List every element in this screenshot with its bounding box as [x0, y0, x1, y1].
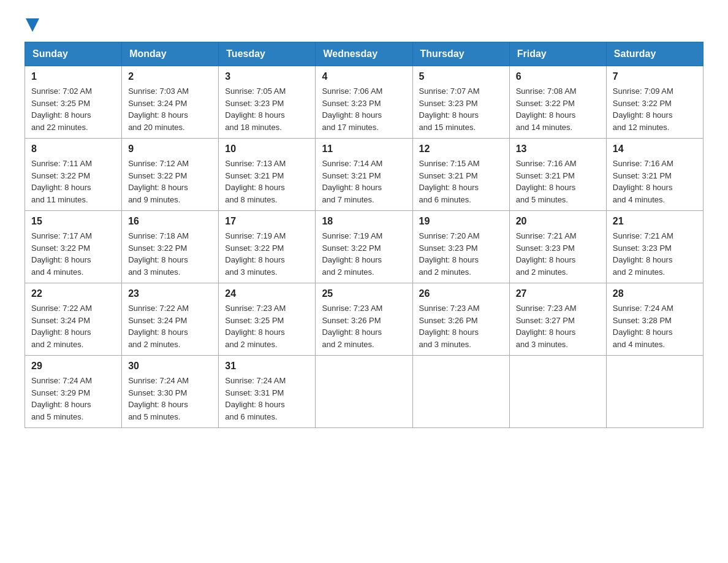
cell-info: Sunrise: 7:24 AM Sunset: 3:29 PM Dayligh…	[31, 375, 115, 423]
calendar-table: SundayMondayTuesdayWednesdayThursdayFrid…	[25, 42, 703, 428]
day-number: 15	[31, 216, 115, 227]
calendar-cell	[606, 356, 703, 428]
calendar-cell: 8 Sunrise: 7:11 AM Sunset: 3:22 PM Dayli…	[25, 139, 122, 211]
cell-info: Sunrise: 7:21 AM Sunset: 3:23 PM Dayligh…	[613, 230, 697, 278]
day-number: 29	[31, 361, 115, 372]
day-number: 17	[225, 216, 309, 227]
cell-info: Sunrise: 7:24 AM Sunset: 3:31 PM Dayligh…	[225, 375, 309, 423]
cell-info: Sunrise: 7:24 AM Sunset: 3:30 PM Dayligh…	[128, 375, 212, 423]
day-number: 20	[516, 216, 600, 227]
calendar-cell: 6 Sunrise: 7:08 AM Sunset: 3:22 PM Dayli…	[509, 66, 606, 139]
day-number: 31	[225, 361, 309, 372]
calendar-cell: 24 Sunrise: 7:23 AM Sunset: 3:25 PM Dayl…	[219, 283, 316, 356]
week-row-3: 15 Sunrise: 7:17 AM Sunset: 3:22 PM Dayl…	[25, 211, 703, 283]
calendar-cell	[316, 356, 412, 428]
calendar-cell: 4 Sunrise: 7:06 AM Sunset: 3:23 PM Dayli…	[316, 66, 412, 139]
cell-info: Sunrise: 7:13 AM Sunset: 3:21 PM Dayligh…	[225, 158, 309, 205]
calendar-cell: 31 Sunrise: 7:24 AM Sunset: 3:31 PM Dayl…	[219, 356, 316, 428]
calendar-cell: 23 Sunrise: 7:22 AM Sunset: 3:24 PM Dayl…	[122, 283, 219, 356]
cell-info: Sunrise: 7:05 AM Sunset: 3:23 PM Dayligh…	[225, 85, 309, 133]
calendar-cell: 13 Sunrise: 7:16 AM Sunset: 3:21 PM Dayl…	[509, 139, 606, 211]
day-number: 23	[128, 288, 212, 299]
day-number: 28	[613, 288, 697, 299]
week-row-4: 22 Sunrise: 7:22 AM Sunset: 3:24 PM Dayl…	[25, 283, 703, 356]
cell-info: Sunrise: 7:22 AM Sunset: 3:24 PM Dayligh…	[128, 302, 212, 350]
header-thursday: Thursday	[412, 42, 509, 66]
cell-info: Sunrise: 7:14 AM Sunset: 3:21 PM Dayligh…	[322, 158, 406, 205]
cell-info: Sunrise: 7:02 AM Sunset: 3:25 PM Dayligh…	[31, 85, 115, 133]
header-wednesday: Wednesday	[316, 42, 412, 66]
cell-info: Sunrise: 7:06 AM Sunset: 3:23 PM Dayligh…	[322, 85, 406, 133]
calendar-cell: 17 Sunrise: 7:19 AM Sunset: 3:22 PM Dayl…	[219, 211, 316, 283]
calendar-cell: 22 Sunrise: 7:22 AM Sunset: 3:24 PM Dayl…	[25, 283, 122, 356]
cell-info: Sunrise: 7:23 AM Sunset: 3:26 PM Dayligh…	[419, 302, 503, 350]
calendar-cell: 7 Sunrise: 7:09 AM Sunset: 3:22 PM Dayli…	[606, 66, 703, 139]
day-number: 22	[31, 288, 115, 299]
day-number: 30	[128, 361, 212, 372]
cell-info: Sunrise: 7:24 AM Sunset: 3:28 PM Dayligh…	[613, 302, 697, 350]
cell-info: Sunrise: 7:23 AM Sunset: 3:25 PM Dayligh…	[225, 302, 309, 350]
day-number: 4	[322, 71, 406, 82]
cell-info: Sunrise: 7:18 AM Sunset: 3:22 PM Dayligh…	[128, 230, 212, 278]
day-number: 3	[225, 71, 309, 82]
logo-triangle-icon	[26, 18, 39, 32]
logo-line1	[25, 18, 39, 32]
day-number: 9	[128, 144, 212, 155]
cell-info: Sunrise: 7:08 AM Sunset: 3:22 PM Dayligh…	[516, 85, 600, 133]
header-monday: Monday	[122, 42, 219, 66]
day-number: 13	[516, 144, 600, 155]
header-tuesday: Tuesday	[219, 42, 316, 66]
day-number: 2	[128, 71, 212, 82]
calendar-cell: 12 Sunrise: 7:15 AM Sunset: 3:21 PM Dayl…	[412, 139, 509, 211]
calendar-cell: 16 Sunrise: 7:18 AM Sunset: 3:22 PM Dayl…	[122, 211, 219, 283]
cell-info: Sunrise: 7:19 AM Sunset: 3:22 PM Dayligh…	[322, 230, 406, 278]
cell-info: Sunrise: 7:19 AM Sunset: 3:22 PM Dayligh…	[225, 230, 309, 278]
cell-info: Sunrise: 7:23 AM Sunset: 3:27 PM Dayligh…	[516, 302, 600, 350]
day-number: 27	[516, 288, 600, 299]
calendar-cell: 26 Sunrise: 7:23 AM Sunset: 3:26 PM Dayl…	[412, 283, 509, 356]
svg-marker-0	[26, 18, 39, 32]
day-number: 24	[225, 288, 309, 299]
cell-info: Sunrise: 7:22 AM Sunset: 3:24 PM Dayligh…	[31, 302, 115, 350]
calendar-cell: 18 Sunrise: 7:19 AM Sunset: 3:22 PM Dayl…	[316, 211, 412, 283]
calendar-cell: 21 Sunrise: 7:21 AM Sunset: 3:23 PM Dayl…	[606, 211, 703, 283]
cell-info: Sunrise: 7:09 AM Sunset: 3:22 PM Dayligh…	[613, 85, 697, 133]
cell-info: Sunrise: 7:03 AM Sunset: 3:24 PM Dayligh…	[128, 85, 212, 133]
calendar-cell: 3 Sunrise: 7:05 AM Sunset: 3:23 PM Dayli…	[219, 66, 316, 139]
calendar-cell: 29 Sunrise: 7:24 AM Sunset: 3:29 PM Dayl…	[25, 356, 122, 428]
cell-info: Sunrise: 7:23 AM Sunset: 3:26 PM Dayligh…	[322, 302, 406, 350]
calendar-cell: 14 Sunrise: 7:16 AM Sunset: 3:21 PM Dayl…	[606, 139, 703, 211]
day-number: 12	[419, 144, 503, 155]
calendar-cell	[509, 356, 606, 428]
cell-info: Sunrise: 7:16 AM Sunset: 3:21 PM Dayligh…	[516, 158, 600, 205]
calendar-cell: 28 Sunrise: 7:24 AM Sunset: 3:28 PM Dayl…	[606, 283, 703, 356]
day-number: 18	[322, 216, 406, 227]
calendar-cell: 30 Sunrise: 7:24 AM Sunset: 3:30 PM Dayl…	[122, 356, 219, 428]
day-number: 16	[128, 216, 212, 227]
header-saturday: Saturday	[606, 42, 703, 66]
day-number: 11	[322, 144, 406, 155]
day-number: 5	[419, 71, 503, 82]
week-row-1: 1 Sunrise: 7:02 AM Sunset: 3:25 PM Dayli…	[25, 66, 703, 139]
calendar-header-row: SundayMondayTuesdayWednesdayThursdayFrid…	[25, 42, 703, 66]
cell-info: Sunrise: 7:07 AM Sunset: 3:23 PM Dayligh…	[419, 85, 503, 133]
calendar-cell: 27 Sunrise: 7:23 AM Sunset: 3:27 PM Dayl…	[509, 283, 606, 356]
page-header	[25, 18, 703, 29]
cell-info: Sunrise: 7:17 AM Sunset: 3:22 PM Dayligh…	[31, 230, 115, 278]
day-number: 7	[613, 71, 697, 82]
day-number: 8	[31, 144, 115, 155]
day-number: 21	[613, 216, 697, 227]
header-friday: Friday	[509, 42, 606, 66]
calendar-cell: 5 Sunrise: 7:07 AM Sunset: 3:23 PM Dayli…	[412, 66, 509, 139]
week-row-5: 29 Sunrise: 7:24 AM Sunset: 3:29 PM Dayl…	[25, 356, 703, 428]
calendar-cell: 11 Sunrise: 7:14 AM Sunset: 3:21 PM Dayl…	[316, 139, 412, 211]
day-number: 26	[419, 288, 503, 299]
calendar-cell: 25 Sunrise: 7:23 AM Sunset: 3:26 PM Dayl…	[316, 283, 412, 356]
header-sunday: Sunday	[25, 42, 122, 66]
calendar-cell: 20 Sunrise: 7:21 AM Sunset: 3:23 PM Dayl…	[509, 211, 606, 283]
calendar-cell: 10 Sunrise: 7:13 AM Sunset: 3:21 PM Dayl…	[219, 139, 316, 211]
cell-info: Sunrise: 7:20 AM Sunset: 3:23 PM Dayligh…	[419, 230, 503, 278]
calendar-cell: 2 Sunrise: 7:03 AM Sunset: 3:24 PM Dayli…	[122, 66, 219, 139]
calendar-cell: 19 Sunrise: 7:20 AM Sunset: 3:23 PM Dayl…	[412, 211, 509, 283]
calendar-cell: 15 Sunrise: 7:17 AM Sunset: 3:22 PM Dayl…	[25, 211, 122, 283]
